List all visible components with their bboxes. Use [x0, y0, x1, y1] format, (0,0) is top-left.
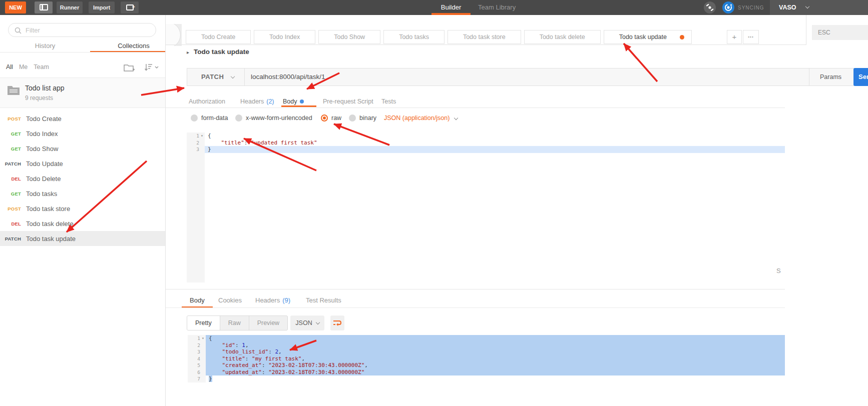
params-button[interactable]: Params	[820, 68, 841, 86]
divider	[166, 308, 785, 308]
sidebar: History Collections AllMeTeam Todo list …	[0, 15, 166, 406]
more-tabs-button[interactable]: •••	[743, 30, 759, 44]
body-mode-binary[interactable]: binary	[349, 114, 376, 122]
scope-filter-me[interactable]: Me	[19, 64, 28, 70]
request-tab-todo-show[interactable]: Todo Show	[318, 30, 380, 44]
view-mode-raw[interactable]: Raw	[220, 316, 249, 330]
request-tab-todo-tasks[interactable]: Todo tasks	[383, 30, 445, 44]
code-line[interactable]: 7}	[188, 376, 785, 382]
collection-name: Todo list app	[25, 84, 65, 92]
filter-input[interactable]	[26, 24, 151, 36]
divider	[166, 108, 785, 108]
sidebar-request-todo-index[interactable]: GETTodo Index	[0, 126, 165, 141]
sidebar-toggle-button[interactable]	[35, 2, 53, 14]
unsaved-changes-dot	[680, 35, 684, 40]
request-name: Todo task update	[26, 235, 76, 242]
sidebar-request-todo-task-store[interactable]: POSTTodo task store	[0, 201, 165, 216]
body-mode-x-www-form-urlencoded[interactable]: x-www-form-urlencoded	[235, 114, 312, 122]
scope-filter-all[interactable]: All	[6, 64, 13, 70]
code-line[interactable]: 1▾{	[188, 335, 785, 342]
interceptor-icon[interactable]	[704, 2, 716, 14]
environment-selector[interactable]: ESC	[812, 25, 868, 40]
fold-caret-icon[interactable]: ▾	[200, 335, 206, 342]
line-number: 2	[188, 342, 206, 349]
nav-tab-team-library[interactable]: Team Library	[478, 0, 516, 15]
add-tab-button[interactable]: +	[727, 30, 742, 44]
sidebar-request-todo-delete[interactable]: DELTodo Delete	[0, 171, 165, 186]
request-subtab-pre-request-script[interactable]: Pre-request Script	[323, 98, 373, 105]
request-tab-todo-task-update[interactable]: Todo task update	[604, 30, 692, 44]
code-line[interactable]: 3 "todo_list_id": 2,	[188, 348, 785, 356]
method-badge: GET	[0, 131, 21, 136]
view-mode-preview[interactable]: Preview	[249, 316, 287, 330]
response-body-editor[interactable]: 1▾{2 "id": 1,3 "todo_list_id": 2,4 "titl…	[188, 335, 785, 382]
code-line[interactable]: 1▾{	[187, 132, 785, 140]
request-tab-todo-task-store[interactable]: Todo task store	[448, 30, 521, 44]
user-name: VASO	[779, 0, 796, 15]
response-tab-label: Cookies	[218, 296, 242, 304]
code-line[interactable]: 3}	[187, 146, 785, 153]
tab-label: Todo task store	[463, 34, 506, 40]
body-set-dot	[300, 100, 304, 104]
method-dropdown[interactable]: PATCH	[201, 68, 224, 86]
body-mode-raw[interactable]: raw	[321, 114, 341, 122]
divider	[0, 52, 165, 52]
code-line[interactable]: 6 "updated_at": "2023-02-18T07:30:43.000…	[188, 369, 785, 376]
response-tab-headers[interactable]: Headers(9)	[255, 296, 290, 304]
collection-request-count: 9 requests	[25, 94, 53, 102]
new-window-button[interactable]	[121, 2, 139, 14]
request-subtab-authorization[interactable]: Authorization	[189, 98, 225, 105]
sidebar-request-todo-create[interactable]: POSTTodo Create	[0, 111, 165, 126]
sidebar-request-todo-update[interactable]: PATCHTodo Update	[0, 156, 165, 171]
request-subtab-body[interactable]: Body	[283, 98, 304, 105]
new-button[interactable]: NEW	[5, 2, 26, 14]
new-folder-icon[interactable]	[123, 63, 135, 72]
tab-label: Todo Index	[269, 34, 300, 40]
response-view-mode-group: PrettyRawPreview	[187, 316, 288, 330]
sidebar-request-todo-show[interactable]: GETTodo Show	[0, 141, 165, 156]
collection-item[interactable]: Todo list app 9 requests	[0, 78, 165, 108]
tab-history[interactable]: History	[28, 42, 63, 50]
import-button[interactable]: Import	[89, 2, 115, 14]
response-tab-cookies[interactable]: Cookies	[218, 296, 242, 304]
code-line[interactable]: 2 "title": "updated first task"	[187, 140, 785, 146]
code-line[interactable]: 5 "created_at": "2023-02-18T07:30:43.000…	[188, 362, 785, 369]
url-input[interactable]: localhost:8000/api/task/1	[251, 68, 325, 86]
tab-collections[interactable]: Collections	[103, 42, 165, 50]
content-type-dropdown[interactable]: JSON (application/json)	[384, 114, 458, 122]
response-tab-test-results[interactable]: Test Results	[306, 296, 341, 304]
code-line[interactable]: 4 "title": "my first task",	[188, 356, 785, 362]
runner-button[interactable]: Runner	[57, 2, 83, 14]
collapse-handle[interactable]	[166, 24, 181, 46]
sort-icon[interactable]	[144, 63, 159, 72]
request-subtab-tests[interactable]: Tests	[381, 98, 396, 105]
response-tab-body[interactable]: Body	[190, 296, 205, 304]
request-name: Todo Create	[26, 115, 62, 122]
fold-caret-icon[interactable]: ▾	[199, 132, 205, 140]
code-text: "title": "updated first task"	[205, 140, 785, 146]
divider	[244, 68, 245, 86]
request-tab-todo-index[interactable]: Todo Index	[254, 30, 315, 44]
send-button[interactable]: Send	[853, 68, 868, 86]
divider	[809, 68, 809, 86]
request-tab-todo-create[interactable]: Todo Create	[186, 30, 251, 44]
request-body-editor[interactable]: 1▾{2 "title": "updated first task"3}	[187, 132, 785, 153]
user-menu[interactable]: VASO	[770, 0, 868, 15]
sidebar-request-todo-task-delete[interactable]: DELTodo task delete	[0, 216, 165, 231]
request-tab-todo-task-delete[interactable]: Todo task delete	[524, 30, 601, 44]
response-format-dropdown[interactable]: JSON	[290, 316, 324, 330]
sidebar-request-todo-task-update[interactable]: PATCHTodo task update	[0, 231, 165, 246]
chevron-down-icon	[315, 320, 319, 324]
scope-filter-team[interactable]: Team	[34, 64, 49, 70]
request-subtab-headers[interactable]: Headers(2)	[240, 98, 274, 105]
view-mode-pretty[interactable]: Pretty	[187, 316, 220, 330]
filter-search-box[interactable]	[8, 23, 156, 37]
sync-icon[interactable]	[722, 2, 734, 14]
sidebar-request-todo-tasks[interactable]: GETTodo tasks	[0, 186, 165, 201]
collapse-caret-icon[interactable]: ▸	[187, 50, 189, 55]
divider	[806, 15, 806, 45]
code-text: }	[206, 376, 785, 382]
word-wrap-button[interactable]	[330, 316, 344, 330]
body-mode-form-data[interactable]: form-data	[191, 114, 228, 122]
code-line[interactable]: 2 "id": 1,	[188, 342, 785, 349]
